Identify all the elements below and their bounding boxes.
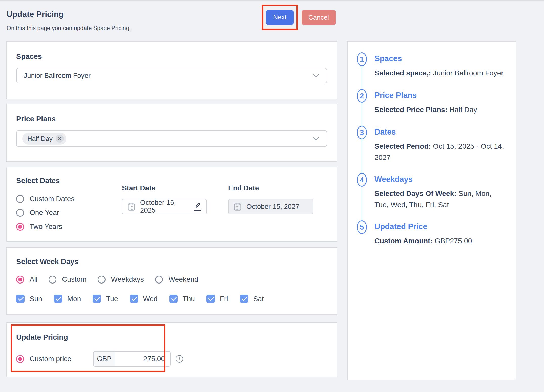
day-mon[interactable]: Mon bbox=[54, 295, 81, 303]
step-5-summary: Custom Amount: GBP275.00 bbox=[374, 235, 507, 246]
step-2-title[interactable]: Price Plans bbox=[374, 91, 507, 100]
option-weekend[interactable]: Weekend bbox=[155, 275, 198, 284]
price-plan-chip: Half Day ✕ bbox=[22, 133, 66, 145]
step-updated-price: 5 Updated Price Custom Amount: GBP275.00 bbox=[357, 220, 507, 246]
option-two-years[interactable]: Two Years bbox=[16, 223, 74, 231]
radio-weekdays[interactable] bbox=[98, 276, 106, 284]
day-sun-label: Sun bbox=[30, 295, 42, 303]
checkbox-sat[interactable] bbox=[240, 295, 248, 303]
step-3-badge: 3 bbox=[357, 126, 367, 139]
step-2-summary: Selected Price Plans: Half Day bbox=[374, 104, 507, 115]
option-all-label: All bbox=[30, 275, 37, 284]
cancel-button[interactable]: Cancel bbox=[302, 10, 336, 25]
day-tue[interactable]: Tue bbox=[93, 295, 118, 303]
option-weekend-label: Weekend bbox=[169, 275, 198, 284]
select-dates-card: Select Dates Custom Dates One Year Two Y… bbox=[6, 167, 337, 242]
radio-custom[interactable] bbox=[49, 276, 56, 284]
info-icon[interactable]: i bbox=[176, 355, 183, 363]
checkbox-wed[interactable] bbox=[130, 295, 138, 303]
checkbox-mon[interactable] bbox=[54, 295, 62, 303]
step-3-summary: Selected Period: Oct 15, 2025 - Oct 14, … bbox=[374, 141, 507, 163]
day-wed-label: Wed bbox=[143, 295, 158, 303]
option-custom-price[interactable]: Custom price bbox=[16, 355, 79, 363]
day-fri-label: Fri bbox=[220, 295, 228, 303]
step-4-summary-key: Selected Days Of Week: bbox=[374, 189, 456, 198]
spaces-card: Spaces Junior Ballroom Foyer bbox=[6, 41, 337, 99]
option-custom[interactable]: Custom bbox=[49, 275, 86, 284]
week-days-mode-options: All Custom Weekdays Weekend bbox=[16, 275, 327, 284]
spaces-select[interactable]: Junior Ballroom Foyer bbox=[16, 68, 327, 83]
step-2-badge: 2 bbox=[357, 89, 367, 103]
step-5-summary-value: GBP275.00 bbox=[433, 237, 472, 245]
day-fri[interactable]: Fri bbox=[206, 295, 228, 303]
step-price-plans: 2 Price Plans Selected Price Plans: Half… bbox=[357, 89, 507, 126]
page-title: Update Pricing bbox=[7, 10, 64, 19]
page-subtitle: On this this page you can update Space P… bbox=[7, 25, 131, 32]
day-thu[interactable]: Thu bbox=[169, 295, 195, 303]
start-date-input[interactable]: October 16, 2025 bbox=[122, 199, 207, 214]
select-week-days-label: Select Week Days bbox=[16, 257, 327, 266]
step-5-summary-key: Custom Amount: bbox=[374, 237, 433, 245]
price-plans-card: Price Plans Half Day ✕ bbox=[6, 104, 337, 162]
start-date-label: Start Date bbox=[122, 184, 207, 192]
price-plans-select[interactable]: Half Day ✕ bbox=[16, 130, 327, 147]
annotation-box-next: Next bbox=[262, 5, 298, 30]
top-border-strip bbox=[0, 0, 544, 1]
option-custom-dates-label: Custom Dates bbox=[30, 195, 74, 203]
checkbox-fri[interactable] bbox=[206, 295, 215, 303]
start-date-value: October 16, 2025 bbox=[140, 199, 189, 214]
checkbox-tue[interactable] bbox=[93, 295, 101, 303]
amount-value[interactable]: 275.00 bbox=[115, 352, 170, 366]
step-weekdays: 4 Weekdays Selected Days Of Week: Sun, M… bbox=[357, 173, 507, 220]
step-1-summary-value: Junior Ballroom Foyer bbox=[431, 69, 504, 77]
radio-weekend[interactable] bbox=[155, 276, 163, 284]
radio-one-year[interactable] bbox=[16, 209, 24, 217]
step-4-title[interactable]: Weekdays bbox=[374, 175, 507, 184]
end-date-group: End Date October 15, 2027 bbox=[228, 184, 313, 214]
option-all[interactable]: All bbox=[16, 275, 37, 284]
checkbox-sun[interactable] bbox=[16, 295, 25, 303]
edit-icon[interactable] bbox=[194, 203, 201, 211]
radio-custom-dates[interactable] bbox=[16, 195, 24, 203]
option-weekdays-label: Weekdays bbox=[111, 275, 144, 284]
step-4-badge: 4 bbox=[357, 173, 367, 187]
option-custom-label: Custom bbox=[62, 275, 86, 284]
summary-stepper-panel: 1 Spaces Selected space,: Junior Ballroo… bbox=[347, 41, 516, 380]
radio-two-years[interactable] bbox=[16, 223, 24, 231]
day-wed[interactable]: Wed bbox=[130, 295, 158, 303]
option-one-year[interactable]: One Year bbox=[16, 209, 74, 217]
step-1-title[interactable]: Spaces bbox=[374, 54, 507, 63]
option-custom-price-label: Custom price bbox=[30, 355, 71, 363]
step-1-summary: Selected space,: Junior Ballroom Foyer bbox=[374, 67, 507, 78]
step-spaces: 1 Spaces Selected space,: Junior Ballroo… bbox=[357, 52, 507, 89]
checkbox-thu[interactable] bbox=[169, 295, 178, 303]
select-week-days-card: Select Week Days All Custom Weekdays Wee… bbox=[6, 247, 337, 315]
end-date-value: October 15, 2027 bbox=[246, 203, 299, 211]
start-date-group: Start Date October 16, 2025 bbox=[122, 184, 207, 214]
chevron-down-icon bbox=[313, 71, 319, 77]
update-pricing-card: Update Pricing Custom price GBP 275.00 i bbox=[6, 322, 337, 377]
option-custom-dates[interactable]: Custom Dates bbox=[16, 195, 74, 203]
radio-all[interactable] bbox=[16, 276, 24, 284]
option-weekdays[interactable]: Weekdays bbox=[98, 275, 144, 284]
next-button[interactable]: Next bbox=[266, 10, 294, 25]
day-sun[interactable]: Sun bbox=[16, 295, 42, 303]
step-2-summary-value: Half Day bbox=[447, 105, 477, 114]
step-1-badge: 1 bbox=[357, 52, 367, 66]
price-plans-label: Price Plans bbox=[16, 115, 327, 123]
step-3-title[interactable]: Dates bbox=[374, 127, 507, 137]
end-date-input: October 15, 2027 bbox=[228, 199, 313, 214]
option-one-year-label: One Year bbox=[30, 209, 59, 217]
step-3-summary-key: Selected Period: bbox=[374, 142, 431, 150]
step-dates: 3 Dates Selected Period: Oct 15, 2025 - … bbox=[357, 126, 507, 173]
step-5-title[interactable]: Updated Price bbox=[374, 222, 507, 231]
custom-price-row: Custom price GBP 275.00 i bbox=[16, 351, 327, 367]
day-tue-label: Tue bbox=[106, 295, 118, 303]
day-mon-label: Mon bbox=[67, 295, 81, 303]
spaces-selected-value: Junior Ballroom Foyer bbox=[24, 72, 91, 80]
day-sat[interactable]: Sat bbox=[240, 295, 264, 303]
radio-custom-price[interactable] bbox=[16, 355, 24, 363]
close-icon[interactable]: ✕ bbox=[56, 135, 64, 143]
calendar-icon bbox=[128, 203, 135, 211]
custom-amount-input[interactable]: GBP 275.00 bbox=[93, 351, 171, 367]
